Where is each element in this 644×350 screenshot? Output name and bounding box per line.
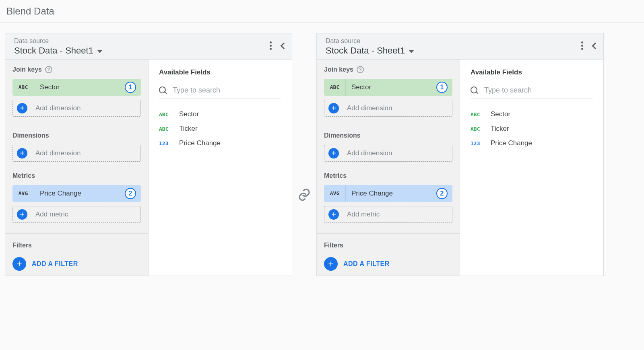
available-field[interactable]: 123 Price Change (471, 136, 593, 150)
available-fields-heading: Available Fields (159, 68, 281, 76)
available-field[interactable]: ABC Ticker (471, 121, 593, 136)
available-field[interactable]: ABC Ticker (159, 121, 281, 136)
plus-icon: + (328, 148, 339, 159)
metric-name: Price Change (346, 189, 436, 198)
more-menu-button[interactable] (581, 41, 583, 50)
filters-heading: Filters (324, 242, 452, 249)
callout-badge: 1 (436, 82, 448, 93)
field-type-abc: ABC (324, 79, 346, 96)
callout-badge: 2 (436, 188, 448, 199)
collapse-button[interactable] (593, 43, 598, 48)
field-type-number-icon: 123 (471, 140, 483, 146)
metrics-heading: Metrics (12, 172, 141, 179)
more-menu-button[interactable] (270, 41, 272, 50)
add-metric-button[interactable]: + Add metric (324, 206, 452, 223)
add-filter-button[interactable]: + ADD A FILTER (12, 255, 141, 271)
caret-down-icon (97, 50, 102, 53)
add-join-dimension-button[interactable]: + Add dimension (12, 100, 141, 117)
available-fields-heading: Available Fields (471, 68, 593, 76)
search-icon (471, 86, 479, 95)
join-key-name: Sector (34, 83, 125, 91)
plus-icon: + (12, 257, 26, 271)
data-source-name: Stock Data - Sheet1 (326, 45, 405, 56)
caret-down-icon (409, 50, 414, 53)
join-keys-heading: Join keys ? (12, 66, 141, 73)
help-icon[interactable]: ? (357, 66, 364, 73)
metrics-heading: Metrics (324, 172, 452, 179)
add-join-dimension-button[interactable]: + Add dimension (324, 100, 452, 117)
metric-chip[interactable]: AVG Price Change 2 (324, 185, 452, 202)
join-key-chip[interactable]: ABC Sector 1 (12, 79, 141, 96)
metric-name: Price Change (34, 189, 125, 198)
join-key-chip[interactable]: ABC Sector 1 (324, 79, 452, 96)
workspace: Data source Stock Data - Sheet1 J (0, 23, 644, 276)
plus-icon: + (328, 209, 339, 220)
field-type-abc-icon: ABC (159, 111, 172, 117)
metric-chip[interactable]: AVG Price Change 2 (12, 185, 141, 202)
join-key-name: Sector (346, 83, 436, 91)
data-source-panel: Data source Stock Data - Sheet1 J (5, 33, 292, 276)
field-name: Sector (491, 110, 510, 118)
field-name: Ticker (491, 125, 509, 133)
plus-icon: + (17, 103, 27, 113)
callout-badge: 2 (125, 188, 136, 199)
data-source-panel: Data source Stock Data - Sheet1 J (316, 33, 604, 276)
field-type-number-icon: 123 (159, 140, 172, 146)
dimensions-heading: Dimensions (12, 132, 141, 139)
field-name: Price Change (491, 139, 532, 147)
field-type-abc-icon: ABC (471, 126, 483, 132)
search-input[interactable] (484, 86, 593, 95)
data-source-selector[interactable]: Stock Data - Sheet1 (326, 45, 414, 56)
add-dimension-button[interactable]: + Add dimension (12, 145, 141, 162)
help-icon[interactable]: ? (45, 66, 52, 73)
join-keys-heading: Join keys ? (324, 66, 452, 73)
kebab-icon (581, 41, 583, 50)
kebab-icon (270, 41, 272, 50)
aggregation-label: AVG (324, 185, 346, 202)
chevron-left-icon (592, 42, 599, 49)
aggregation-label: AVG (12, 185, 34, 202)
search-input[interactable] (173, 86, 281, 95)
join-link-icon (297, 187, 312, 202)
field-name: Ticker (179, 125, 198, 133)
field-type-abc: ABC (12, 79, 34, 96)
filters-heading: Filters (12, 242, 141, 249)
available-field[interactable]: ABC Sector (471, 107, 593, 121)
field-name: Price Change (179, 139, 221, 147)
add-filter-button[interactable]: + ADD A FILTER (324, 255, 452, 271)
available-field[interactable]: ABC Sector (159, 107, 281, 121)
field-type-abc-icon: ABC (471, 111, 483, 117)
field-type-abc-icon: ABC (159, 126, 172, 132)
plus-icon: + (328, 103, 339, 113)
panel-header: Data source Stock Data - Sheet1 (317, 33, 603, 60)
field-name: Sector (179, 110, 199, 118)
panel-header: Data source Stock Data - Sheet1 (5, 33, 292, 60)
page-title: Blend Data (0, 0, 644, 23)
data-source-name: Stock Data - Sheet1 (14, 45, 93, 56)
data-source-label: Data source (14, 37, 102, 45)
collapse-button[interactable] (281, 43, 286, 48)
callout-badge: 1 (125, 82, 136, 93)
plus-icon: + (324, 257, 338, 271)
plus-icon: + (17, 209, 27, 220)
dimensions-heading: Dimensions (324, 132, 452, 139)
available-field[interactable]: 123 Price Change (159, 136, 281, 150)
data-source-selector[interactable]: Stock Data - Sheet1 (14, 45, 102, 56)
data-source-label: Data source (326, 37, 414, 45)
add-dimension-button[interactable]: + Add dimension (324, 145, 452, 162)
search-icon (159, 86, 167, 95)
plus-icon: + (17, 148, 27, 159)
add-metric-button[interactable]: + Add metric (12, 206, 141, 223)
chevron-left-icon (281, 42, 287, 49)
